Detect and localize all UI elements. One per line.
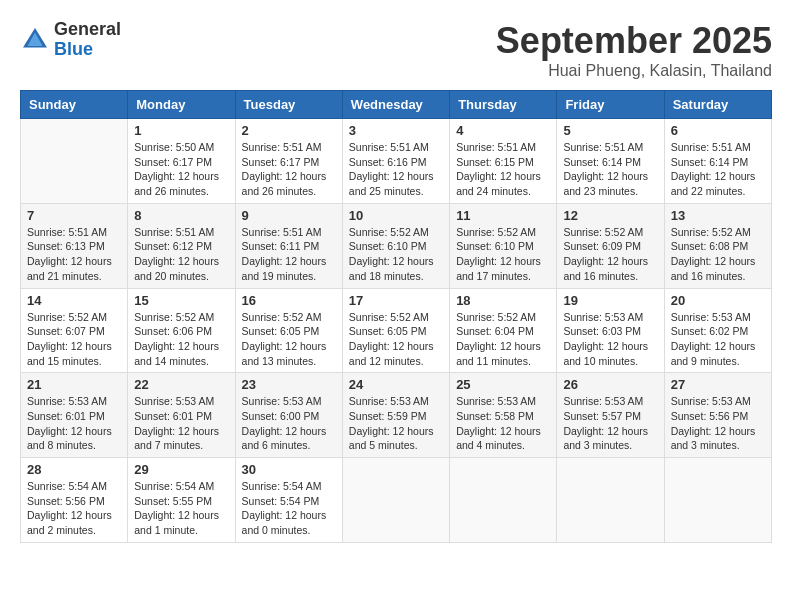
day-number: 21	[27, 377, 121, 392]
calendar-cell: 4Sunrise: 5:51 AMSunset: 6:15 PMDaylight…	[450, 119, 557, 204]
day-number: 20	[671, 293, 765, 308]
week-row-1: 1Sunrise: 5:50 AMSunset: 6:17 PMDaylight…	[21, 119, 772, 204]
day-info: Sunrise: 5:51 AMSunset: 6:12 PMDaylight:…	[134, 225, 228, 284]
header-day-tuesday: Tuesday	[235, 91, 342, 119]
header-day-saturday: Saturday	[664, 91, 771, 119]
logo: General Blue	[20, 20, 121, 60]
calendar-header: SundayMondayTuesdayWednesdayThursdayFrid…	[21, 91, 772, 119]
calendar-cell: 24Sunrise: 5:53 AMSunset: 5:59 PMDayligh…	[342, 373, 449, 458]
day-number: 28	[27, 462, 121, 477]
day-info: Sunrise: 5:51 AMSunset: 6:14 PMDaylight:…	[563, 140, 657, 199]
calendar-body: 1Sunrise: 5:50 AMSunset: 6:17 PMDaylight…	[21, 119, 772, 543]
calendar-cell: 17Sunrise: 5:52 AMSunset: 6:05 PMDayligh…	[342, 288, 449, 373]
logo-general: General	[54, 19, 121, 39]
calendar-cell: 29Sunrise: 5:54 AMSunset: 5:55 PMDayligh…	[128, 458, 235, 543]
calendar-cell	[342, 458, 449, 543]
calendar-cell: 30Sunrise: 5:54 AMSunset: 5:54 PMDayligh…	[235, 458, 342, 543]
day-info: Sunrise: 5:53 AMSunset: 6:02 PMDaylight:…	[671, 310, 765, 369]
calendar-cell: 16Sunrise: 5:52 AMSunset: 6:05 PMDayligh…	[235, 288, 342, 373]
calendar-table: SundayMondayTuesdayWednesdayThursdayFrid…	[20, 90, 772, 543]
day-info: Sunrise: 5:51 AMSunset: 6:15 PMDaylight:…	[456, 140, 550, 199]
calendar-cell: 13Sunrise: 5:52 AMSunset: 6:08 PMDayligh…	[664, 203, 771, 288]
day-info: Sunrise: 5:53 AMSunset: 5:56 PMDaylight:…	[671, 394, 765, 453]
day-info: Sunrise: 5:51 AMSunset: 6:16 PMDaylight:…	[349, 140, 443, 199]
logo-blue: Blue	[54, 39, 93, 59]
calendar-cell: 7Sunrise: 5:51 AMSunset: 6:13 PMDaylight…	[21, 203, 128, 288]
day-number: 5	[563, 123, 657, 138]
day-info: Sunrise: 5:53 AMSunset: 5:58 PMDaylight:…	[456, 394, 550, 453]
day-number: 24	[349, 377, 443, 392]
calendar-cell: 20Sunrise: 5:53 AMSunset: 6:02 PMDayligh…	[664, 288, 771, 373]
calendar-cell	[557, 458, 664, 543]
calendar-cell: 1Sunrise: 5:50 AMSunset: 6:17 PMDaylight…	[128, 119, 235, 204]
calendar-cell	[450, 458, 557, 543]
day-number: 11	[456, 208, 550, 223]
day-info: Sunrise: 5:51 AMSunset: 6:17 PMDaylight:…	[242, 140, 336, 199]
calendar-cell: 15Sunrise: 5:52 AMSunset: 6:06 PMDayligh…	[128, 288, 235, 373]
day-number: 25	[456, 377, 550, 392]
day-info: Sunrise: 5:52 AMSunset: 6:07 PMDaylight:…	[27, 310, 121, 369]
calendar-cell: 18Sunrise: 5:52 AMSunset: 6:04 PMDayligh…	[450, 288, 557, 373]
calendar-cell: 21Sunrise: 5:53 AMSunset: 6:01 PMDayligh…	[21, 373, 128, 458]
day-info: Sunrise: 5:54 AMSunset: 5:55 PMDaylight:…	[134, 479, 228, 538]
day-info: Sunrise: 5:51 AMSunset: 6:14 PMDaylight:…	[671, 140, 765, 199]
day-number: 1	[134, 123, 228, 138]
calendar-cell: 9Sunrise: 5:51 AMSunset: 6:11 PMDaylight…	[235, 203, 342, 288]
week-row-3: 14Sunrise: 5:52 AMSunset: 6:07 PMDayligh…	[21, 288, 772, 373]
day-number: 30	[242, 462, 336, 477]
day-number: 15	[134, 293, 228, 308]
day-number: 17	[349, 293, 443, 308]
day-info: Sunrise: 5:53 AMSunset: 6:01 PMDaylight:…	[134, 394, 228, 453]
calendar-cell: 11Sunrise: 5:52 AMSunset: 6:10 PMDayligh…	[450, 203, 557, 288]
calendar-cell: 19Sunrise: 5:53 AMSunset: 6:03 PMDayligh…	[557, 288, 664, 373]
day-number: 16	[242, 293, 336, 308]
day-info: Sunrise: 5:54 AMSunset: 5:54 PMDaylight:…	[242, 479, 336, 538]
day-number: 27	[671, 377, 765, 392]
calendar-cell: 6Sunrise: 5:51 AMSunset: 6:14 PMDaylight…	[664, 119, 771, 204]
calendar-cell: 3Sunrise: 5:51 AMSunset: 6:16 PMDaylight…	[342, 119, 449, 204]
week-row-5: 28Sunrise: 5:54 AMSunset: 5:56 PMDayligh…	[21, 458, 772, 543]
day-info: Sunrise: 5:54 AMSunset: 5:56 PMDaylight:…	[27, 479, 121, 538]
calendar-cell: 12Sunrise: 5:52 AMSunset: 6:09 PMDayligh…	[557, 203, 664, 288]
day-number: 6	[671, 123, 765, 138]
calendar-cell: 27Sunrise: 5:53 AMSunset: 5:56 PMDayligh…	[664, 373, 771, 458]
day-number: 18	[456, 293, 550, 308]
calendar-cell: 14Sunrise: 5:52 AMSunset: 6:07 PMDayligh…	[21, 288, 128, 373]
day-info: Sunrise: 5:52 AMSunset: 6:04 PMDaylight:…	[456, 310, 550, 369]
day-number: 10	[349, 208, 443, 223]
day-info: Sunrise: 5:51 AMSunset: 6:13 PMDaylight:…	[27, 225, 121, 284]
title-section: September 2025 Huai Phueng, Kalasin, Tha…	[496, 20, 772, 80]
calendar-cell	[664, 458, 771, 543]
day-info: Sunrise: 5:52 AMSunset: 6:05 PMDaylight:…	[242, 310, 336, 369]
calendar-cell: 23Sunrise: 5:53 AMSunset: 6:00 PMDayligh…	[235, 373, 342, 458]
day-number: 4	[456, 123, 550, 138]
day-number: 29	[134, 462, 228, 477]
logo-text: General Blue	[54, 20, 121, 60]
day-info: Sunrise: 5:52 AMSunset: 6:06 PMDaylight:…	[134, 310, 228, 369]
day-number: 2	[242, 123, 336, 138]
day-number: 22	[134, 377, 228, 392]
header-day-monday: Monday	[128, 91, 235, 119]
day-number: 13	[671, 208, 765, 223]
day-number: 7	[27, 208, 121, 223]
calendar-cell: 2Sunrise: 5:51 AMSunset: 6:17 PMDaylight…	[235, 119, 342, 204]
day-info: Sunrise: 5:52 AMSunset: 6:05 PMDaylight:…	[349, 310, 443, 369]
header-day-wednesday: Wednesday	[342, 91, 449, 119]
day-info: Sunrise: 5:53 AMSunset: 5:57 PMDaylight:…	[563, 394, 657, 453]
day-number: 14	[27, 293, 121, 308]
day-info: Sunrise: 5:52 AMSunset: 6:10 PMDaylight:…	[456, 225, 550, 284]
calendar-cell: 28Sunrise: 5:54 AMSunset: 5:56 PMDayligh…	[21, 458, 128, 543]
day-number: 3	[349, 123, 443, 138]
day-number: 12	[563, 208, 657, 223]
day-info: Sunrise: 5:53 AMSunset: 5:59 PMDaylight:…	[349, 394, 443, 453]
day-info: Sunrise: 5:51 AMSunset: 6:11 PMDaylight:…	[242, 225, 336, 284]
day-info: Sunrise: 5:53 AMSunset: 6:03 PMDaylight:…	[563, 310, 657, 369]
calendar-cell	[21, 119, 128, 204]
day-number: 23	[242, 377, 336, 392]
month-title: September 2025	[496, 20, 772, 62]
calendar-cell: 26Sunrise: 5:53 AMSunset: 5:57 PMDayligh…	[557, 373, 664, 458]
header-day-friday: Friday	[557, 91, 664, 119]
header-day-sunday: Sunday	[21, 91, 128, 119]
day-info: Sunrise: 5:52 AMSunset: 6:10 PMDaylight:…	[349, 225, 443, 284]
day-info: Sunrise: 5:53 AMSunset: 6:00 PMDaylight:…	[242, 394, 336, 453]
